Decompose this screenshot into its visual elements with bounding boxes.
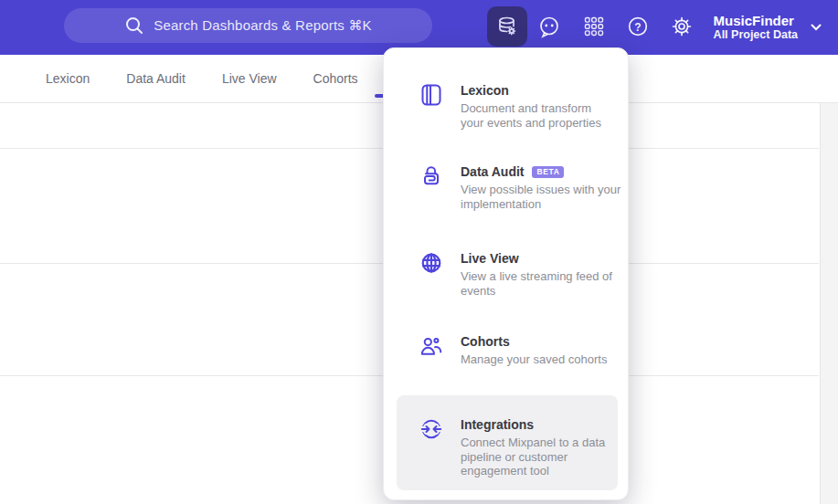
menu-item-live-view[interactable]: Live View View a live streaming feed of … — [419, 251, 617, 298]
menu-item-desc: Manage your saved cohorts — [461, 352, 607, 367]
menu-item-desc: implementation — [461, 197, 621, 212]
audit-lock-icon — [419, 164, 443, 188]
menu-item-integrations[interactable]: Integrations Connect Mixpanel to a data … — [419, 417, 617, 478]
menu-item-title: Integrations — [461, 417, 534, 433]
tab-lexicon[interactable]: Lexicon — [46, 71, 90, 86]
settings-button[interactable] — [662, 6, 702, 47]
menu-item-title: Lexicon — [461, 83, 509, 99]
menu-item-title: Live View — [461, 251, 519, 267]
menu-item-lexicon[interactable]: Lexicon Document and transform your even… — [419, 83, 617, 130]
menu-item-cohorts[interactable]: Cohorts Manage your saved cohorts — [419, 334, 617, 367]
menu-item-title: Cohorts — [461, 334, 510, 350]
project-switcher[interactable]: MusicFinder All Project Data — [708, 7, 827, 47]
scroll-gutter — [820, 103, 838, 504]
menu-item-desc: View a live streaming feed of — [461, 269, 612, 284]
grid-icon — [582, 15, 606, 38]
search-icon — [124, 16, 144, 36]
apps-grid-button[interactable] — [574, 6, 614, 47]
tab-cohorts[interactable]: Cohorts — [313, 71, 358, 86]
menu-item-desc: your events and properties — [461, 116, 601, 131]
book-icon — [419, 83, 443, 107]
help-icon: ? — [626, 15, 650, 38]
topbar: Search Dashboards & Reports ⌘K — [0, 0, 838, 55]
menu-item-desc: events — [461, 284, 612, 299]
search-placeholder: Search Dashboards & Reports ⌘K — [154, 17, 372, 34]
menu-item-desc: engagement tool — [461, 464, 605, 478]
people-icon — [419, 334, 443, 358]
menu-item-desc: View possible issues with your — [461, 183, 621, 197]
apps-menu: Lexicon Document and transform your even… — [383, 47, 629, 500]
help-button[interactable]: ? — [618, 6, 658, 47]
menu-item-title: Data Audit — [461, 164, 524, 180]
svg-text:?: ? — [634, 21, 641, 34]
chat-bubble-icon — [537, 15, 561, 38]
chevron-down-icon — [811, 24, 822, 31]
search-input[interactable]: Search Dashboards & Reports ⌘K — [64, 8, 432, 43]
beta-badge: BETA — [532, 166, 564, 179]
feedback-button[interactable] — [529, 6, 569, 47]
gear-icon — [670, 15, 694, 38]
sync-arrows-icon — [419, 417, 443, 441]
database-gear-icon — [495, 15, 519, 38]
menu-item-data-audit[interactable]: Data Audit BETA View possible issues wit… — [419, 164, 617, 211]
tab-data-audit[interactable]: Data Audit — [126, 71, 186, 86]
menu-item-desc: pipeline or customer — [461, 450, 605, 465]
menu-item-desc: Connect Mixpanel to a data — [461, 436, 605, 450]
project-name: MusicFinder — [714, 13, 798, 28]
project-scope: All Project Data — [714, 28, 798, 42]
data-management-button[interactable] — [487, 6, 527, 47]
globe-icon — [419, 251, 443, 275]
tab-live-view[interactable]: Live View — [222, 71, 277, 86]
menu-item-desc: Document and transform — [461, 101, 601, 116]
